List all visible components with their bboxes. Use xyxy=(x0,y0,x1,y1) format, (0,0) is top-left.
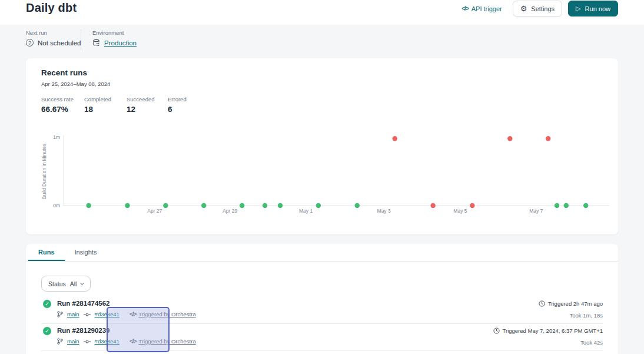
svg-text:May 5: May 5 xyxy=(453,208,467,214)
stat-succeeded: Succeeded 12 xyxy=(127,96,155,114)
settings-label: Settings xyxy=(531,5,555,12)
svg-text:Build Duration in Minutes: Build Duration in Minutes xyxy=(41,144,47,200)
gear-icon: ⚙ xyxy=(520,5,527,12)
run-row[interactable]: ✓ Run #281474562 main #d3e8e41 </ xyxy=(41,297,603,324)
run-dot-success[interactable] xyxy=(355,203,360,208)
run-dot-success[interactable] xyxy=(278,203,283,208)
triggered-by-badge[interactable]: </> Triggered by Orchestra xyxy=(130,311,196,317)
run-dot-success[interactable] xyxy=(583,203,588,208)
commit-link[interactable]: #d3e8e41 xyxy=(95,338,119,345)
svg-text:Apr 27: Apr 27 xyxy=(147,208,162,214)
run-row[interactable]: ✓ Run #281290239 main #d3e8e41 </ xyxy=(41,324,603,351)
run-subline: main #d3e8e41 </> Triggered by Orchestra xyxy=(57,311,196,317)
clock-icon xyxy=(493,327,500,334)
run-title[interactable]: Run #281290239 xyxy=(57,327,110,334)
environment-link[interactable]: Production xyxy=(104,39,137,47)
run-now-label: Run now xyxy=(585,5,610,12)
run-dot-success[interactable] xyxy=(316,203,321,208)
run-took: Took 1m, 18s xyxy=(570,312,603,319)
svg-text:Apr 29: Apr 29 xyxy=(223,208,237,214)
git-branch-icon xyxy=(57,338,63,345)
run-dot-success[interactable] xyxy=(125,203,130,208)
run-dot-success[interactable] xyxy=(564,203,569,208)
run-dot-success[interactable] xyxy=(240,203,244,208)
run-took: Took 42s xyxy=(580,339,603,346)
stat-success-rate: Success rate 66.67% xyxy=(41,96,74,114)
svg-text:1m: 1m xyxy=(53,134,60,140)
svg-text:May 3: May 3 xyxy=(377,208,391,214)
next-run-value: ? Not scheduled xyxy=(26,39,81,47)
svg-text:0m: 0m xyxy=(53,203,60,209)
stat-completed: Completed 18 xyxy=(84,96,111,114)
run-dot-success[interactable] xyxy=(555,203,559,208)
tabs: Runs Insights xyxy=(26,244,618,262)
recent-runs-card: Recent runs Apr 25, 2024–May 08, 2024 Su… xyxy=(26,58,618,234)
clock-icon xyxy=(539,300,545,307)
branch-link[interactable]: main xyxy=(67,338,79,345)
chevron-down-icon xyxy=(80,280,84,284)
header-actions: </> API trigger ⚙ Settings ▷ Run now xyxy=(462,1,618,16)
run-dot-error[interactable] xyxy=(546,136,550,141)
run-dot-success[interactable] xyxy=(263,203,267,208)
branch-link[interactable]: main xyxy=(67,311,79,317)
play-icon: ▷ xyxy=(576,5,580,12)
api-trigger-label: API trigger xyxy=(472,5,502,12)
stat-errored: Errored 6 xyxy=(168,96,187,114)
status-filter-label: Status xyxy=(48,280,66,287)
git-branch-icon xyxy=(57,311,63,317)
svg-text:May 7: May 7 xyxy=(529,208,543,214)
code-icon: </> xyxy=(130,311,136,317)
run-now-button[interactable]: ▷ Run now xyxy=(568,1,618,16)
run-dot-error[interactable] xyxy=(470,203,474,208)
recent-runs-title: Recent runs xyxy=(41,68,87,77)
date-range: Apr 25, 2024–May 08, 2024 xyxy=(41,81,110,87)
commit-icon xyxy=(84,339,91,344)
run-dot-success[interactable] xyxy=(86,203,91,208)
commit-icon xyxy=(84,312,91,317)
header: Daily dbt </> API trigger ⚙ Settings ▷ R… xyxy=(0,0,644,25)
run-title[interactable]: Run #281474562 xyxy=(57,300,110,307)
run-dot-success[interactable] xyxy=(201,203,206,208)
code-icon: </> xyxy=(462,5,468,12)
run-triggered: Triggered 2h 47m ago xyxy=(539,300,603,307)
database-icon xyxy=(92,39,100,47)
run-triggered: Triggered May 7, 2024, 6:37 PM GMT+1 xyxy=(493,327,603,334)
run-dot-error[interactable] xyxy=(392,136,397,141)
meta-divider xyxy=(81,29,81,50)
job-page: { "icons": { "code": "</>", "gear": "⚙",… xyxy=(0,0,644,354)
success-check-icon: ✓ xyxy=(43,300,51,308)
tab-runs[interactable]: Runs xyxy=(28,244,65,261)
commit-link[interactable]: #d3e8e41 xyxy=(95,311,119,317)
svg-text:May 1: May 1 xyxy=(299,208,313,214)
run-dot-success[interactable] xyxy=(163,203,168,208)
run-dot-error[interactable] xyxy=(430,203,435,208)
success-check-icon: ✓ xyxy=(43,327,51,335)
status-filter-value: All xyxy=(70,280,77,287)
runs-list: ✓ Run #281474562 main #d3e8e41 </ xyxy=(41,297,603,351)
build-duration-chart[interactable]: 1m0mBuild Duration in MinutesApr 27Apr 2… xyxy=(26,130,618,224)
runs-card: Runs Insights Status All ✓ Run #28147456… xyxy=(26,244,618,354)
api-trigger-link[interactable]: </> API trigger xyxy=(462,5,502,12)
run-subline: main #d3e8e41 </> Triggered by Orchestra xyxy=(57,338,196,345)
environment-label: Environment xyxy=(92,29,124,36)
page-title: Daily dbt xyxy=(26,1,77,15)
status-filter-dropdown[interactable]: Status All xyxy=(41,276,91,292)
triggered-by-badge[interactable]: </> Triggered by Orchestra xyxy=(130,338,196,345)
run-dot-error[interactable] xyxy=(507,136,512,141)
next-run-text: Not scheduled xyxy=(38,39,81,47)
question-circle-icon: ? xyxy=(26,39,34,47)
environment-value: Production xyxy=(92,39,137,47)
code-icon: </> xyxy=(130,338,136,345)
tab-insights[interactable]: Insights xyxy=(65,244,107,261)
next-run-label: Next run xyxy=(26,29,47,36)
settings-button[interactable]: ⚙ Settings xyxy=(513,1,562,16)
